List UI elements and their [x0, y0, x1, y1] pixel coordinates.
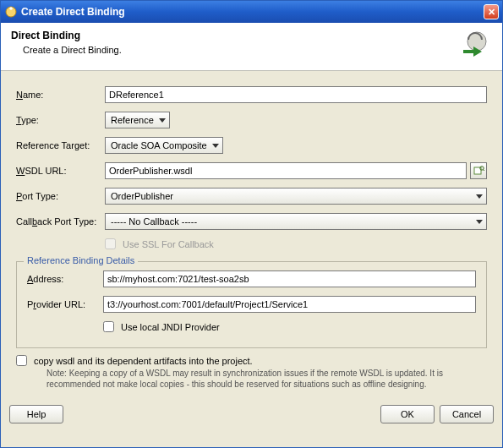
button-bar: Help OK Cancel: [1, 403, 502, 430]
type-label: Type:: [16, 115, 105, 125]
provider-url-label: Provider URL:: [27, 299, 103, 309]
ok-button[interactable]: OK: [380, 405, 435, 423]
port-type-select[interactable]: OrderPublisher: [105, 188, 487, 205]
use-local-jndi-checkbox[interactable]: [103, 321, 114, 332]
copy-wsdl-note: Note: Keeping a copy of a WSDL may resul…: [46, 368, 487, 390]
svg-line-5: [483, 169, 484, 171]
browse-wsdl-button[interactable]: [470, 162, 487, 179]
window-title: Create Direct Binding: [21, 6, 484, 18]
close-icon: ✕: [488, 7, 495, 18]
dialog-header: Direct Binding Create a Direct Binding.: [1, 23, 502, 71]
provider-url-input[interactable]: [103, 296, 476, 313]
chevron-down-icon: [476, 220, 483, 224]
chevron-down-icon: [212, 144, 219, 148]
copy-wsdl-checkbox[interactable]: [16, 355, 27, 366]
reference-target-value: Oracle SOA Composite: [111, 140, 207, 150]
copy-wsdl-label: copy wsdl and its dependent artifacts in…: [34, 356, 253, 366]
wsdl-url-input[interactable]: [105, 162, 467, 179]
reference-binding-details-legend: Reference Binding Details: [24, 255, 138, 265]
cancel-button[interactable]: Cancel: [440, 405, 494, 423]
name-label: Name:: [16, 90, 105, 100]
wsdl-url-label: WSDL URL:: [16, 166, 105, 176]
reference-target-select[interactable]: Oracle SOA Composite: [105, 137, 223, 154]
use-local-jndi-label: Use local JNDI Provider: [121, 322, 220, 332]
title-bar: Create Direct Binding ✕: [1, 1, 502, 23]
callback-port-type-value: ----- No Callback -----: [111, 216, 197, 227]
callback-port-type-select[interactable]: ----- No Callback -----: [105, 213, 487, 230]
help-button[interactable]: Help: [9, 405, 63, 423]
reference-binding-details-group: Reference Binding Details Address: Provi…: [16, 261, 487, 348]
address-label: Address:: [27, 274, 103, 284]
port-type-label: Port Type:: [16, 191, 105, 201]
use-ssl-checkbox: [105, 238, 116, 249]
use-ssl-checkbox-row: Use SSL For Callback: [105, 238, 214, 249]
copy-wsdl-row[interactable]: copy wsdl and its dependent artifacts in…: [16, 355, 487, 366]
chevron-down-icon: [159, 118, 166, 123]
reference-target-label: Reference Target:: [16, 140, 105, 150]
callback-port-type-label: Callback Port Type:: [16, 216, 105, 227]
app-icon: [4, 5, 18, 19]
use-ssl-label: Use SSL For Callback: [123, 239, 214, 249]
type-value: Reference: [111, 115, 154, 125]
port-type-value: OrderPublisher: [111, 191, 173, 201]
dialog-subtitle: Create a Direct Binding.: [23, 45, 122, 55]
search-icon: [473, 165, 484, 178]
use-local-jndi-row[interactable]: Use local JNDI Provider: [103, 321, 220, 332]
dialog-heading: Direct Binding: [11, 30, 122, 41]
close-button[interactable]: ✕: [484, 4, 499, 19]
binding-icon: [458, 30, 492, 62]
svg-point-1: [9, 7, 13, 10]
type-select[interactable]: Reference: [105, 112, 170, 128]
chevron-down-icon: [476, 194, 483, 199]
address-input[interactable]: [103, 270, 476, 287]
name-input[interactable]: [105, 86, 487, 103]
